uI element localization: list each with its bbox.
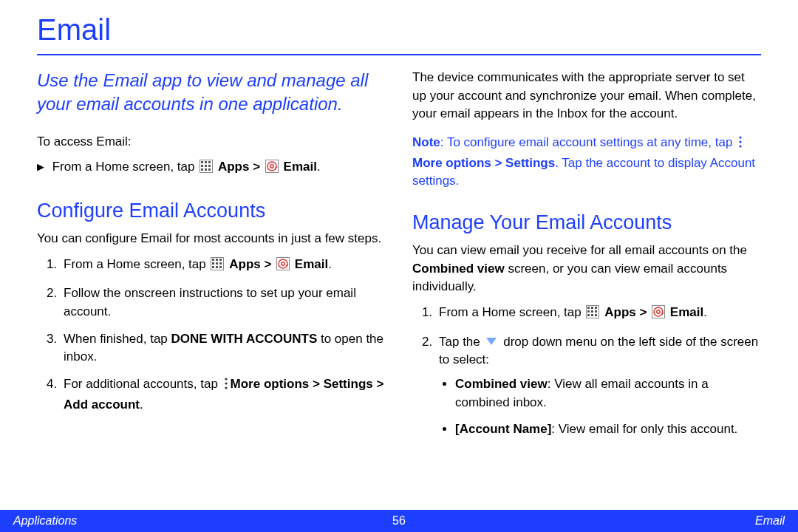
manage-heading: Manage Your Email Accounts: [412, 208, 761, 237]
svg-rect-6: [208, 165, 211, 167]
access-step-prefix: From a Home screen, tap: [52, 160, 195, 174]
note-label: Note: [412, 135, 440, 149]
manage-step-2: Tap the drop down menu on the left side …: [436, 333, 761, 439]
option-combined-view: Combined view: View all email accounts i…: [455, 375, 761, 412]
email-at-icon: [652, 305, 665, 324]
svg-rect-1: [201, 161, 203, 163]
svg-point-30: [740, 140, 742, 143]
content-columns: Use the Email app to view and manage all…: [37, 69, 761, 448]
period-3: .: [703, 305, 707, 319]
footer-page-number: 56: [392, 514, 406, 528]
configure-step-2: Follow the onscreen instructions to set …: [61, 284, 386, 321]
email-label-2: Email: [295, 257, 328, 271]
email-at-icon: [276, 257, 290, 276]
svg-rect-38: [595, 310, 597, 313]
intro-text: Use the Email app to view and manage all…: [37, 69, 386, 117]
svg-rect-15: [216, 259, 218, 261]
apps-label: Apps: [604, 305, 636, 319]
svg-rect-17: [212, 262, 214, 265]
svg-point-29: [740, 136, 742, 138]
access-step: ▶ From a Home screen, tap Apps > Email.: [37, 158, 386, 179]
apps-label: Apps: [218, 160, 250, 174]
svg-rect-5: [205, 165, 207, 167]
apps-grid-icon: [200, 160, 213, 179]
dropdown-options: Combined view: View all email accounts i…: [439, 375, 761, 439]
cfg-s4-a: For additional accounts, tap: [64, 377, 222, 391]
svg-rect-35: [595, 307, 597, 309]
more-options-icon: [223, 377, 229, 396]
manage-steps: From a Home screen, tap Apps > Email. Ta…: [412, 304, 761, 439]
configure-step-3: When finished, tap DONE WITH ACCOUNTS to…: [61, 330, 386, 366]
configure-step-1: From a Home screen, tap Apps > Email.: [61, 256, 386, 276]
dropdown-triangle-icon: [485, 333, 497, 352]
manage-step-1: From a Home screen, tap Apps > Email.: [436, 304, 761, 324]
configure-step-4: For additional accounts, tap More option…: [61, 375, 386, 414]
email-at-icon: [265, 160, 279, 179]
svg-point-26: [225, 378, 227, 380]
page-footer: Applications 56 Email: [0, 510, 798, 532]
footer-left: Applications: [13, 514, 77, 528]
cfg-s3-b: DONE WITH ACCOUNTS: [171, 332, 318, 346]
svg-rect-9: [208, 168, 211, 171]
more-options-icon: [737, 135, 743, 154]
configure-steps: From a Home screen, tap Apps > Email. Fo…: [37, 256, 386, 414]
period-1: .: [317, 160, 321, 174]
opt1-a: Combined view: [455, 377, 548, 391]
apps-grid-icon: [211, 257, 224, 276]
left-column: Use the Email app to view and manage all…: [37, 69, 386, 448]
gt-1: >: [253, 160, 260, 174]
option-account-name: [Account Name]: View email for only this…: [455, 420, 761, 439]
svg-rect-34: [591, 307, 593, 309]
email-label-3: Email: [670, 305, 703, 319]
svg-rect-36: [587, 310, 590, 313]
period-2: .: [328, 257, 332, 271]
footer-right: Email: [755, 514, 785, 528]
cfg-s1-prefix: From a Home screen, tap: [64, 257, 206, 271]
note-paragraph: Note: To configure email account setting…: [412, 134, 761, 191]
svg-point-31: [740, 145, 742, 147]
svg-rect-18: [216, 262, 218, 265]
svg-rect-37: [591, 310, 593, 313]
svg-rect-41: [595, 314, 597, 316]
gt-3: >: [639, 305, 647, 319]
manage-lead-a: You can view email you receive for all e…: [412, 243, 747, 257]
email-label-1: Email: [284, 160, 317, 174]
svg-rect-7: [201, 168, 203, 171]
svg-rect-21: [216, 266, 218, 268]
cfg-s4-c: .: [140, 398, 143, 412]
play-marker-icon: ▶: [37, 160, 44, 174]
mg-s1-prefix: From a Home screen, tap: [439, 305, 582, 319]
apps-grid-icon: [586, 305, 599, 324]
svg-rect-16: [219, 259, 222, 261]
svg-rect-2: [205, 161, 207, 163]
svg-rect-19: [219, 262, 222, 265]
manage-lead-b: Combined view: [412, 262, 505, 276]
mg-s2-a: Tap the: [439, 335, 484, 349]
apps-label: Apps: [229, 257, 261, 271]
note-b: : To configure email account settings at…: [440, 135, 736, 149]
access-heading: To access Email:: [37, 133, 386, 151]
manage-lead: You can view email you receive for all e…: [412, 242, 761, 296]
opt2-a: [Account Name]: [455, 422, 551, 436]
svg-rect-33: [587, 307, 590, 309]
svg-rect-4: [201, 165, 203, 167]
note-c: More options > Settings: [412, 156, 555, 170]
configure-lead: You can configure Email for most account…: [37, 230, 386, 248]
svg-point-28: [225, 386, 227, 389]
svg-point-27: [225, 382, 227, 384]
svg-rect-20: [212, 266, 214, 268]
svg-rect-3: [208, 161, 211, 163]
svg-rect-39: [587, 314, 590, 316]
manual-page: Email Use the Email app to view and mana…: [0, 0, 798, 532]
svg-rect-40: [591, 314, 593, 316]
sync-paragraph: The device communicates with the appropr…: [412, 69, 761, 123]
title-rule: [37, 54, 761, 55]
svg-marker-45: [486, 338, 497, 345]
gt-2: >: [264, 257, 271, 271]
page-title: Email: [37, 13, 761, 47]
svg-rect-8: [205, 168, 207, 171]
cfg-s3-a: When finished, tap: [64, 332, 171, 346]
right-column: The device communicates with the appropr…: [412, 69, 761, 448]
svg-rect-22: [219, 266, 222, 268]
opt2-b: : View email for only this account.: [551, 422, 737, 436]
